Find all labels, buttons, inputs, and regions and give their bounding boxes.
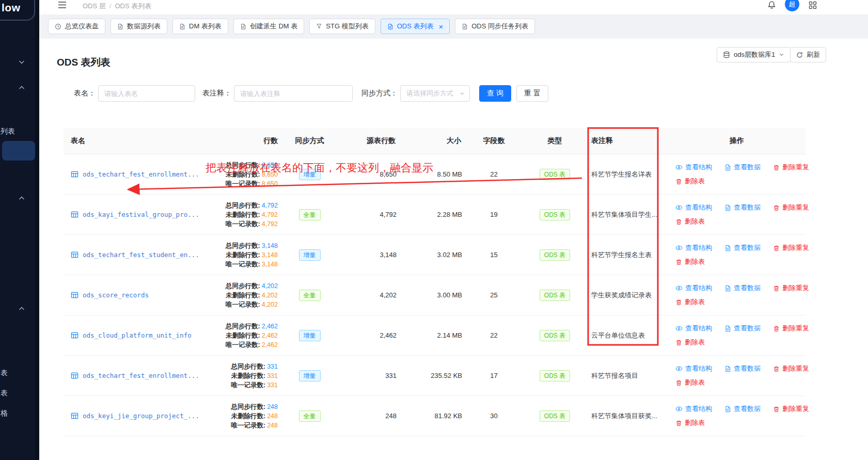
sync-badge: 增量 [299,169,321,180]
table-name-link[interactable]: ods_techart_fest_enrollment... [83,170,199,178]
table-body: ods_techart_fest_enrollment... 总同步行数:8,6… [64,154,806,436]
sync-method-select[interactable]: 请选择同步方式 [400,85,470,102]
view-data-link[interactable]: 查看数据 [724,324,761,333]
size-value: 3.00 MB [401,291,466,299]
fields-count: 15 [466,251,522,259]
view-structure-link[interactable]: 查看结构 [675,203,712,212]
stat-unique-value: 331 [267,382,278,389]
tab-1[interactable]: 总览仪表盘 [48,19,105,34]
view-structure-link[interactable]: 查看结构 [675,243,712,252]
table-name-link[interactable]: ods_kayi_festival_group_pro... [83,211,199,218]
view-data-link[interactable]: 查看数据 [724,243,761,252]
source-rows-value: 8,650 [336,170,401,178]
table-name-link[interactable]: ods_cloud_platform_unit_info [83,331,192,339]
table-name-link[interactable]: ods_techart_fest_student_en... [83,251,199,259]
sidebar-item-partial[interactable]: 格 [1,409,8,417]
view-data-link[interactable]: 查看数据 [724,283,761,293]
view-structure-link[interactable]: 查看结构 [675,324,712,333]
tab-7[interactable]: ODS 同步任务列表 [455,19,535,34]
view-data-link[interactable]: 查看数据 [724,404,761,414]
stat-total-label: 总同步行数: [231,403,265,410]
file-icon [724,204,731,211]
col-header-rows: 行数 [200,136,283,146]
tab-2[interactable]: 数据源列表 [111,19,167,34]
stat-total-label: 总同步行数: [226,162,260,169]
comment-filter-input[interactable] [234,85,353,102]
close-icon[interactable]: × [438,23,443,30]
stat-undeleted-value: 2,462 [262,332,278,339]
apps-grid-icon[interactable] [809,1,817,11]
table-row: ods_cloud_platform_unit_info 总同步行数:2,462… [64,315,806,356]
collapse-menu-icon[interactable] [58,1,67,11]
view-structure-link[interactable]: 查看结构 [675,364,712,373]
tab-4[interactable]: 创建派生 DM 表 [233,19,304,34]
delete-duplicates-link[interactable]: 删除重复 [773,364,809,373]
sidebar-item-partial[interactable]: 表 [1,369,8,377]
delete-duplicates-link[interactable]: 删除重复 [773,243,809,252]
chevron-up-icon[interactable] [18,305,26,315]
delete-duplicates-link[interactable]: 删除重复 [773,163,809,172]
ods-table: 表名 行数 同步方式 源表行数 大小 字段数 类型 表注释 操作 ods_tec… [64,128,806,436]
row-actions: 查看结构 查看数据 删除重复 [668,163,806,186]
delete-duplicates-link[interactable]: 删除重复 [773,404,809,414]
delete-duplicates-link[interactable]: 删除重复 [773,283,809,293]
chevron-up-icon[interactable] [18,194,26,204]
fields-count: 22 [466,170,522,178]
app-window: low 列表 表 表 格 ODS 层/ODS 表列表 超 [0,0,868,460]
eye-icon [675,325,683,332]
delete-duplicates-link[interactable]: 删除重复 [773,203,809,212]
chevron-up-icon[interactable] [18,84,26,94]
file-icon [724,245,731,251]
view-data-link[interactable]: 查看数据 [724,203,761,212]
view-data-link[interactable]: 查看数据 [724,163,761,172]
table-name-link[interactable]: ods_score_records [83,291,149,299]
chevron-down-icon [460,90,465,98]
view-structure-link[interactable]: 查看结构 [675,404,712,414]
database-selector[interactable]: ods层数据库1 [717,47,791,62]
breadcrumb-separator: / [109,2,112,10]
stat-total-label: 总同步行数: [226,202,260,209]
delete-table-link[interactable]: 删除表 [675,177,705,186]
delete-duplicates-link[interactable]: 删除重复 [773,324,809,333]
avatar[interactable]: 超 [785,0,799,11]
tab-5[interactable]: STG 模型列表 [309,19,375,34]
table-name-link[interactable]: ods_keyi_jie_group_project_... [83,412,199,420]
table-row: ods_keyi_jie_group_project_... 总同步行数:248… [64,396,806,436]
view-structure-link[interactable]: 查看结构 [675,283,712,293]
breadcrumb-item[interactable]: ODS 层 [83,2,106,10]
delete-table-link[interactable]: 删除表 [675,257,705,266]
stat-unique-value: 3,148 [262,261,278,268]
file-icon [387,23,393,30]
delete-table-link[interactable]: 删除表 [675,418,705,427]
tab-label: STG 模型列表 [326,22,368,31]
trash-icon [675,379,682,386]
sidebar-edge [35,0,39,460]
stat-unique-value: 2,462 [262,341,278,348]
funnel-icon [316,23,322,29]
delete-table-link[interactable]: 删除表 [675,378,705,387]
view-structure-link[interactable]: 查看结构 [675,163,712,172]
chevron-down-icon[interactable] [18,58,26,68]
notification-bell-icon[interactable] [767,1,776,11]
refresh-button[interactable]: 刷新 [790,47,826,62]
stat-total-label: 总同步行数: [226,242,260,249]
tab-6[interactable]: ODS 表列表× [381,19,450,34]
sidebar-item-partial[interactable]: 列表 [1,127,15,135]
sidebar-item-active[interactable] [2,141,35,161]
stat-total-value: 4,202 [262,282,278,290]
sidebar-item-partial[interactable]: 表 [1,389,8,397]
file-icon [462,23,468,30]
trash-icon [773,285,780,292]
table-comment: 科艺节集体项目获奖... [588,411,668,421]
delete-table-link[interactable]: 删除表 [675,297,705,307]
view-data-link[interactable]: 查看数据 [724,364,761,373]
tab-3[interactable]: DM 表列表 [172,19,228,34]
delete-table-link[interactable]: 删除表 [675,338,705,347]
search-button[interactable]: 查 询 [479,85,511,102]
table-name-link[interactable]: ods_techart_fest_enrollment... [83,372,199,379]
name-filter-input[interactable] [98,85,195,102]
table-grid-icon [71,211,78,218]
reset-button[interactable]: 重 置 [516,85,548,102]
col-header-comment: 表注释 [588,136,668,146]
delete-table-link[interactable]: 删除表 [675,217,705,226]
